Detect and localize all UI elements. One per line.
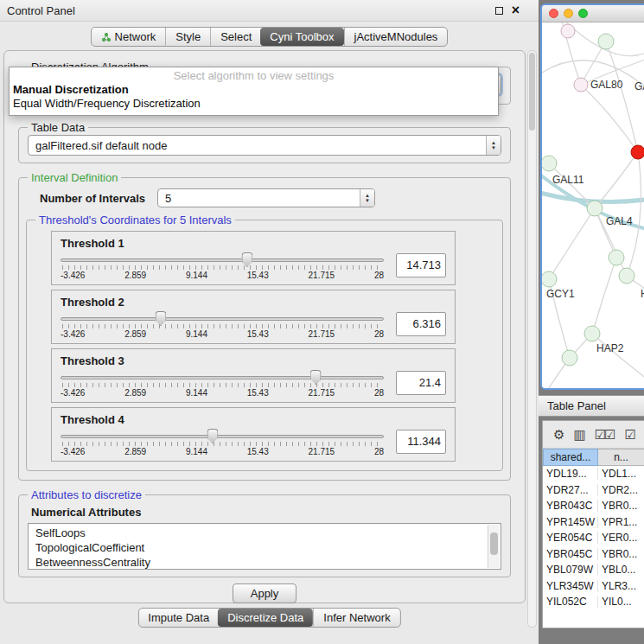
table-cell[interactable]: YBR0... (598, 500, 644, 512)
tab-jactivemnodules[interactable]: jActiveMNodules (344, 28, 448, 46)
table-row[interactable]: YER054CYER0... (543, 530, 644, 546)
slider-track[interactable] (61, 317, 384, 321)
network-edge[interactable] (606, 41, 638, 152)
table-cell[interactable]: YDR2... (598, 484, 644, 496)
show-columns-icon[interactable]: ▥ (573, 427, 583, 443)
table-row[interactable]: YDL19...YDL1... (543, 466, 644, 482)
threshold-value-box[interactable]: 14.713 (396, 253, 446, 277)
slider-track[interactable] (61, 258, 384, 262)
threshold-slider[interactable]: -3.4262.8599.14415.4321.71528 (61, 429, 384, 458)
table-cell[interactable]: YLR345W (543, 580, 598, 592)
network-node[interactable] (609, 250, 624, 265)
network-canvas[interactable]: GAL80GAL11GAL4GCY1HAP2GAH (542, 22, 644, 388)
table-row[interactable]: YLR345WYLR3... (543, 578, 644, 595)
minimize-traffic-icon[interactable] (564, 9, 573, 18)
threshold-label: Threshold 1 (61, 237, 446, 250)
threshold-slider[interactable]: -3.4262.8599.14415.4321.71528 (61, 370, 384, 399)
tab-discretize-data[interactable]: Discretize Data (218, 609, 313, 627)
network-node[interactable] (562, 350, 577, 366)
close-window-icon[interactable]: × (512, 5, 520, 16)
table-row[interactable]: YBR043CYBR0... (543, 498, 644, 514)
table-cell[interactable]: YBR043C (543, 500, 598, 512)
table-row[interactable]: YDR27...YDR2... (543, 482, 644, 499)
popup-option-manual-discretization[interactable]: Manual Discretization (10, 83, 498, 97)
attributes-scrollbar-thumb[interactable] (490, 532, 498, 555)
network-node[interactable] (598, 34, 614, 49)
tab-select[interactable]: Select (210, 28, 261, 46)
network-node[interactable] (619, 268, 634, 284)
column-header-shared-name[interactable]: shared... (543, 449, 598, 466)
zoom-traffic-icon[interactable] (578, 9, 588, 18)
table-cell[interactable]: YDR27... (543, 484, 598, 496)
attribute-item-betweennesscentrality[interactable]: BetweennessCentrality (29, 555, 501, 570)
interval-definition-title: Interval Definition (28, 171, 121, 184)
threshold-value-box[interactable]: 21.4 (396, 371, 446, 395)
slider-track[interactable] (61, 435, 384, 438)
table-cell[interactable]: YER0... (598, 532, 644, 544)
network-edge[interactable] (549, 208, 595, 279)
network-node[interactable] (561, 24, 575, 38)
table-cell[interactable]: YIL0... (598, 596, 644, 608)
network-node-gal11[interactable] (542, 156, 557, 171)
table-row[interactable]: YBR045CYBR0... (543, 546, 644, 563)
control-panel-scrollbar-thumb[interactable] (529, 53, 535, 131)
table-cell[interactable]: YIL052C (543, 596, 598, 608)
close-traffic-icon[interactable] (549, 9, 558, 18)
threshold-value-box[interactable]: 6.316 (396, 312, 446, 336)
slider-ticks (62, 383, 382, 387)
table-data-combo[interactable]: galFiltered.sif default node ▲▼ (28, 135, 501, 156)
popup-option-equal-width-frequency[interactable]: Equal Width/Frequency Discretization (10, 97, 498, 111)
tab-style[interactable]: Style (165, 28, 210, 46)
apply-button[interactable]: Apply (233, 583, 297, 603)
table-cell[interactable]: YPR145W (543, 516, 598, 528)
bottom-tabstrip: Impute DataDiscretize DataInfer Network (137, 608, 400, 628)
table-cell[interactable]: YDL1... (598, 468, 644, 480)
float-window-icon[interactable] (495, 7, 503, 15)
network-edge[interactable] (627, 152, 641, 276)
table-row[interactable]: YBL079WYBL0... (543, 562, 644, 578)
network-node[interactable] (631, 145, 644, 159)
table-cell[interactable]: YBR045C (543, 548, 598, 560)
thresholds-group-title: Threshold's Coordinates for 5 Intervals (35, 214, 235, 226)
number-of-intervals-combo[interactable]: 5 ▲▼ (157, 188, 375, 207)
tab-impute-data[interactable]: Impute Data (138, 609, 219, 627)
threshold-value-box[interactable]: 11.344 (396, 430, 446, 454)
control-panel-scrollbar[interactable] (527, 50, 537, 628)
table-cell[interactable]: YDL19... (543, 468, 598, 480)
threshold-slider[interactable]: -3.4262.8599.14415.4321.71528 (61, 252, 384, 282)
attribute-item-topologicalcoefficient[interactable]: TopologicalCoefficient (29, 540, 501, 555)
threshold-slider[interactable]: -3.4262.8599.14415.4321.71528 (61, 311, 384, 341)
network-icon (101, 32, 112, 42)
tab-label: jActiveMNodules (354, 30, 438, 43)
column-header-name[interactable]: n... (598, 449, 644, 466)
slider-track[interactable] (61, 376, 384, 379)
table-cell[interactable]: YBL079W (543, 564, 598, 576)
network-edge[interactable] (592, 258, 616, 334)
table-cell[interactable]: YBR0... (598, 548, 644, 560)
tab-network[interactable]: Network (92, 28, 166, 46)
select-checkbox-icon[interactable]: ☑ (625, 427, 634, 443)
slider-ticks (62, 324, 382, 328)
scale-label: -3.426 (61, 388, 85, 398)
slider-ticks (62, 265, 382, 270)
table-window: ⚙▥☑☑☑ shared... n... YDL19...YDL1...YDR2… (542, 420, 644, 628)
table-cell[interactable]: YBL0... (598, 564, 644, 576)
attributes-scrollbar[interactable] (488, 525, 500, 568)
tab-cyni-toolbox[interactable]: Cyni Toolbox (260, 28, 343, 46)
table-cell[interactable]: YPR1... (598, 516, 644, 528)
table-row[interactable]: YIL052CYIL0... (543, 594, 644, 610)
table-cell[interactable]: YLR3... (598, 580, 644, 592)
network-node-gal4[interactable] (587, 201, 603, 216)
attribute-item-selfloops[interactable]: SelfLoops (29, 526, 501, 540)
tab-infer-network[interactable]: Infer Network (313, 609, 399, 627)
network-window-titlebar (542, 5, 644, 22)
network-edge[interactable] (592, 334, 644, 382)
table-row[interactable]: YPR145WYPR1... (543, 514, 644, 531)
network-node-gcy1[interactable] (542, 271, 557, 287)
table-cell[interactable]: YER054C (543, 532, 598, 544)
table-settings-gear-icon[interactable]: ⚙ (553, 427, 563, 443)
select-all-icon[interactable]: ☑☑ (595, 427, 615, 443)
network-node-hap2[interactable] (584, 326, 600, 341)
network-node-gal80[interactable] (574, 78, 588, 92)
attributes-list[interactable]: SelfLoopsTopologicalCoefficientBetweenne… (28, 523, 501, 570)
